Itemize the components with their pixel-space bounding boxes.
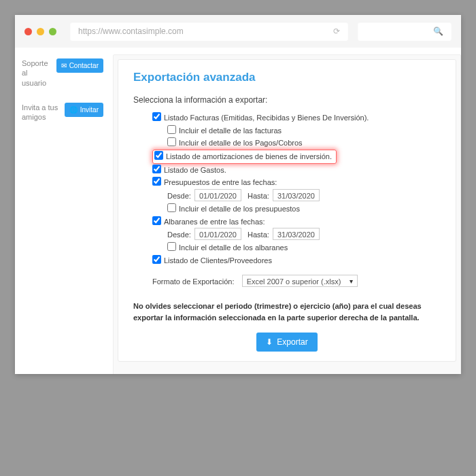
opt-presu-detalle[interactable]: Incluir el detalle de los presupuestos	[167, 203, 441, 216]
content-area: Exportación avanzada Selecciona la infor…	[113, 54, 461, 374]
presu-desde-input[interactable]: 01/01/2020	[194, 189, 241, 201]
warning-text: No olvides seleccionar el periodo (trime…	[133, 301, 441, 323]
app-window: https://www.contasimple.com ⟳ 🔍 Soporte …	[15, 15, 461, 374]
opt-gastos[interactable]: Listado de Gastos.	[152, 164, 441, 177]
minimize-dot[interactable]	[37, 28, 44, 35]
url-bar[interactable]: https://www.contasimple.com ⟳	[70, 22, 348, 41]
mail-icon: ✉	[61, 62, 67, 69]
presu-hasta-input[interactable]: 31/03/2020	[273, 189, 320, 201]
panel-title: Exportación avanzada	[133, 71, 441, 84]
highlighted-option: Listado de amortizaciones de bienes de i…	[152, 150, 337, 164]
faq-section: ¿Tienes problemas para abrir el archivo …	[114, 366, 460, 374]
export-button[interactable]: ⬇ Exportar	[256, 333, 317, 352]
opt-amortizaciones[interactable]: Listado de amortizaciones de bienes de i…	[154, 150, 332, 163]
globe-icon: 🌐	[69, 106, 78, 114]
traffic-lights	[24, 28, 56, 35]
close-dot[interactable]	[24, 28, 32, 35]
presupuestos-dates: Desde: 01/01/2020 Hasta: 31/03/2020	[152, 189, 441, 203]
body: Soporte al usuario ✉ Contactar Invita a …	[15, 48, 461, 374]
search-icon[interactable]: 🔍	[433, 27, 443, 36]
search-bar[interactable]: 🔍	[358, 22, 452, 41]
format-row: Formato de Exportación: Excel 2007 o sup…	[133, 275, 441, 287]
sidebar: Soporte al usuario ✉ Contactar Invita a …	[15, 48, 110, 374]
opt-clientes[interactable]: Listado de Clientes/Proveedores	[152, 254, 441, 267]
options-list: Listado Facturas (Emitidas, Recibidas y …	[133, 112, 441, 267]
format-select[interactable]: Excel 2007 o superior (.xlsx)	[242, 275, 358, 287]
opt-facturas[interactable]: Listado Facturas (Emitidas, Recibidas y …	[152, 112, 441, 124]
alb-hasta-input[interactable]: 31/03/2020	[273, 228, 320, 240]
contact-button[interactable]: ✉ Contactar	[56, 58, 103, 73]
export-panel: Exportación avanzada Selecciona la infor…	[118, 59, 456, 362]
panel-subtitle: Selecciona la información a exportar:	[133, 95, 441, 105]
titlebar: https://www.contasimple.com ⟳ 🔍	[15, 15, 461, 48]
opt-alb-detalle[interactable]: Incluir el detalle de los albaranes	[167, 241, 441, 254]
refresh-icon[interactable]: ⟳	[333, 27, 340, 36]
alb-desde-input[interactable]: 01/01/2020	[194, 228, 241, 240]
opt-albaranes[interactable]: Albaranes de entre las fechas:	[152, 216, 441, 228]
opt-pagos-detalle[interactable]: Incluir el detalle de los Pagos/Cobros	[167, 137, 441, 150]
maximize-dot[interactable]	[49, 28, 56, 35]
invite-button[interactable]: 🌐 Invitar	[65, 103, 103, 117]
albaranes-dates: Desde: 01/01/2020 Hasta: 31/03/2020	[152, 228, 441, 241]
url-text: https://www.contasimple.com	[78, 27, 184, 36]
opt-facturas-detalle[interactable]: Incluir el detalle de las facturas	[167, 124, 441, 137]
download-icon: ⬇	[266, 337, 273, 347]
invite-label: Invita a tus amigos	[22, 103, 61, 122]
opt-presupuestos[interactable]: Presupuestos de entre las fechas:	[152, 176, 441, 189]
support-label: Soporte al usuario	[22, 58, 52, 88]
